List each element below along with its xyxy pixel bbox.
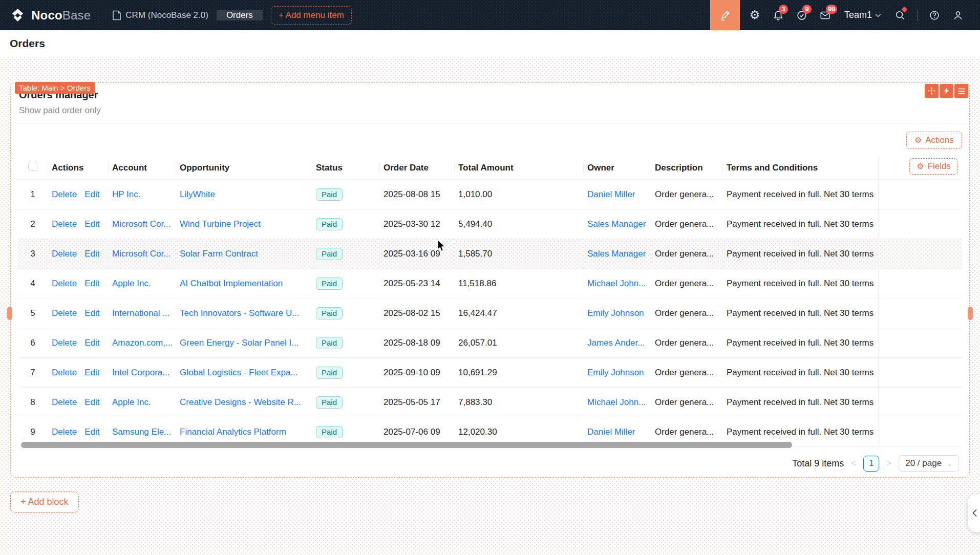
owner-link[interactable]: Emily Johnson (587, 308, 644, 318)
owner-link[interactable]: Emily Johnson (587, 368, 644, 377)
order-date-cell: 2025-03-16 09 (379, 239, 454, 269)
delete-link[interactable]: Delete (52, 308, 77, 318)
page-title: Orders (10, 37, 970, 50)
table-row: 3 DeleteEdit Microsoft Cor... Solar Farm… (18, 239, 962, 269)
column-header-status[interactable]: Status (312, 156, 379, 180)
column-header-terms[interactable]: Terms and Conditions (722, 156, 878, 180)
column-header-opportunity[interactable]: Opportunity (176, 156, 312, 180)
block-title: Orders manager (19, 89, 961, 101)
delete-link[interactable]: Delete (52, 219, 77, 229)
opportunity-link[interactable]: Wind Turbine Project (180, 219, 261, 229)
filler-cell (878, 298, 962, 328)
sidebar-collapse-button[interactable] (968, 494, 980, 532)
account-link[interactable]: Apple Inc. (112, 279, 151, 288)
add-menu-item-button[interactable]: + Add menu item (271, 6, 352, 25)
order-date-cell: 2025-08-02 15 (379, 298, 454, 328)
owner-link[interactable]: James Ander... (587, 338, 645, 348)
pagination-page-1[interactable]: 1 (863, 456, 879, 472)
opportunity-link[interactable]: AI Chatbot Implementation (180, 279, 283, 288)
opportunity-link[interactable]: Green Energy - Solar Panel I... (180, 338, 299, 348)
settings-gear-button[interactable]: ⚙ (743, 0, 766, 30)
help-button[interactable] (923, 0, 946, 30)
pagination-prev-button[interactable]: < (850, 458, 857, 468)
order-date-cell: 2025-03-30 12 (379, 209, 454, 239)
opportunity-link[interactable]: Financial Analytics Platform (180, 427, 286, 437)
column-header-description[interactable]: Description (651, 156, 722, 180)
edit-link[interactable]: Edit (84, 338, 99, 348)
delete-link[interactable]: Delete (52, 249, 77, 259)
nav-tab-orders[interactable]: Orders (217, 10, 263, 20)
add-block-button[interactable]: + Add block (10, 492, 79, 513)
right-resize-handle[interactable] (968, 307, 973, 320)
page-content: Table: Main > Orders Orders manager Show… (0, 57, 980, 555)
opportunity-link[interactable]: Creative Designs - Website R... (180, 397, 301, 407)
edit-link[interactable]: Edit (84, 249, 99, 259)
edit-link[interactable]: Edit (84, 397, 99, 407)
account-link[interactable]: Amazon.com,... (112, 338, 173, 348)
column-header-order-date[interactable]: Order Date (379, 156, 454, 180)
account-link[interactable]: Microsoft Cor... (112, 249, 171, 259)
delete-link[interactable]: Delete (52, 279, 77, 288)
page-size-select[interactable]: 20 / page ⌄ (899, 455, 959, 472)
edit-link[interactable]: Edit (84, 308, 99, 318)
edit-link[interactable]: Edit (84, 219, 99, 229)
tasks-button[interactable]: 9 (790, 0, 814, 30)
owner-link[interactable]: Daniel Miller (587, 189, 635, 199)
edit-link[interactable]: Edit (84, 189, 99, 199)
left-resize-handle[interactable] (7, 307, 12, 320)
column-header-total-amount[interactable]: Total Amount (454, 156, 583, 180)
delete-link[interactable]: Delete (52, 189, 77, 199)
opportunity-link[interactable]: Global Logistics - Fleet Expa... (180, 368, 298, 377)
edit-link[interactable]: Edit (84, 427, 99, 437)
order-date-cell: 2025-09-10 09 (379, 358, 454, 388)
opportunity-link[interactable]: Tech Innovators - Software U... (180, 308, 299, 318)
user-menu-button[interactable] (946, 0, 970, 30)
order-date-cell: 2025-05-23 14 (379, 269, 454, 298)
account-link[interactable]: Intel Corpora... (112, 368, 169, 377)
gear-icon: ⚙ (914, 136, 922, 144)
owner-link[interactable]: Michael John... (587, 279, 646, 288)
user-icon (952, 10, 964, 21)
row-index: 8 (18, 388, 48, 417)
horizontal-scrollbar-thumb[interactable] (21, 442, 792, 448)
edit-link[interactable]: Edit (84, 368, 99, 377)
owner-link[interactable]: Sales Manager (587, 249, 646, 259)
account-link[interactable]: International ... (112, 308, 169, 318)
delete-link[interactable]: Delete (52, 427, 77, 437)
terms-cell: Payment received in full. Net 30 terms (722, 180, 878, 209)
pagination-next-button[interactable]: > (885, 458, 892, 468)
owner-link[interactable]: Sales Manager (587, 219, 646, 229)
select-all-checkbox[interactable] (28, 162, 37, 171)
drag-move-button[interactable] (925, 84, 939, 98)
opportunity-link[interactable]: Solar Farm Contract (180, 249, 258, 259)
block-menu-button[interactable] (954, 84, 968, 98)
block-designer-tag[interactable]: Table: Main > Orders (15, 82, 95, 94)
column-header-actions[interactable]: Actions (48, 156, 108, 180)
account-link[interactable]: Apple Inc. (112, 397, 151, 407)
gear-icon: ⚙ (917, 162, 924, 170)
delete-link[interactable]: Delete (52, 368, 77, 377)
column-header-account[interactable]: Account (108, 156, 176, 180)
fields-button[interactable]: ⚙ Fields (909, 158, 958, 175)
delete-link[interactable]: Delete (52, 338, 77, 348)
messages-button[interactable]: 98 (814, 0, 837, 30)
block-description: Show paid order only (19, 105, 961, 116)
team-switcher[interactable]: Team1 (837, 10, 888, 20)
owner-link[interactable]: Daniel Miller (587, 427, 635, 437)
account-link[interactable]: HP Inc. (112, 189, 140, 199)
column-header-owner[interactable]: Owner (583, 156, 651, 180)
delete-link[interactable]: Delete (52, 397, 77, 407)
ui-editor-button[interactable] (710, 0, 740, 30)
search-button[interactable] (888, 0, 912, 30)
nav-item-crm[interactable]: CRM (NocoBase 2.0) (104, 10, 217, 20)
quick-edit-button[interactable] (940, 84, 953, 98)
owner-link[interactable]: Michael John... (587, 397, 646, 407)
actions-button[interactable]: ⚙ Actions (906, 132, 962, 149)
account-link[interactable]: Samsung Ele... (112, 427, 171, 437)
edit-link[interactable]: Edit (84, 279, 99, 288)
menu-icon (957, 88, 966, 95)
opportunity-link[interactable]: LilyWhite (180, 189, 215, 199)
notifications-button[interactable]: 3 (766, 0, 790, 30)
account-link[interactable]: Microsoft Cor... (112, 219, 171, 229)
filler-cell (878, 239, 962, 269)
